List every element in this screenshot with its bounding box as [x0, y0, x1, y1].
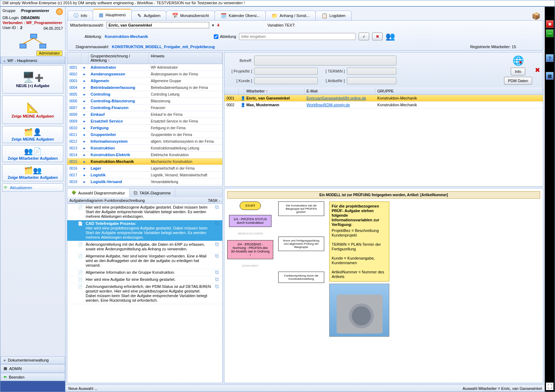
group-row[interactable]: 0005▸ControlingControling Leitung — [67, 91, 222, 98]
pdm-button[interactable]: PDM Daten — [504, 77, 532, 85]
group-row[interactable]: 0003▸AllgemeinAllgemeine Gruppe — [67, 78, 222, 84]
new-task-label: NEUE (+) Aufgabe — [16, 84, 49, 88]
member-row[interactable]: 0002👤Max, MustermannWorkflow@DM-simply.d… — [224, 102, 543, 108]
calendar-icon: 📅 — [172, 13, 178, 18]
group-value: Programmierer — [21, 8, 49, 15]
tree-item[interactable]: 📄CAD Teilefreigabe Prozess:Hier wird ein… — [67, 220, 222, 241]
tree-item[interactable]: 📄Allgemeine Aufgabe, hier sind keine Vor… — [67, 253, 222, 269]
show-emp-tasks-button[interactable]: 👥📄Zeige Mitarbeiter Aufgaben — [2, 145, 63, 162]
variable-input[interactable] — [239, 33, 356, 40]
flow-note-3: Funktionsprüfung durch die Konstruktions… — [278, 272, 324, 283]
group-row[interactable]: 0004▸BetriebsdatenerfassungBetriebsdaten… — [67, 84, 222, 91]
flowchart-panel: Ein MODELL ist zur PRÜFUNG freigegeben w… — [224, 188, 543, 383]
group-row[interactable]: 0010▸FertigungFertigung in der Firma — [67, 125, 222, 131]
group-row[interactable]: 0006▸Controling-BilanzierungBilanzierung — [67, 98, 222, 104]
project-input[interactable] — [254, 68, 318, 75]
group-row[interactable]: 0012▸Informationssystemallgem. Informati… — [67, 138, 222, 145]
show-emp-tasks-button-2[interactable]: 🗂️👥Zeige Mitarbeiter Aufgaben — [2, 164, 63, 181]
tree-head-label: Aufgabendiagramm Funktionsbeschreibung — [69, 198, 208, 203]
tree-item[interactable]: 📄Zeichnungserstellung erforderlich, der … — [67, 283, 222, 304]
customer-input[interactable] — [254, 77, 318, 84]
group-row[interactable]: 0015▸Konstruktion-MechanikMechanische Ko… — [67, 158, 222, 165]
help-button[interactable]: ? — [546, 54, 554, 62]
col-group[interactable]: GRUPPE — [375, 87, 543, 95]
group-row[interactable]: 0008▸EinkaufEinkauf in der Firma — [67, 111, 222, 118]
col-email[interactable]: E-Mail — [304, 87, 375, 95]
main-tabs: ⓘInfo ▦Hauptmenü ✎Aufgaben 📅Monatsübersi… — [65, 7, 545, 20]
chevron-icon: ⌄ — [3, 58, 6, 63]
group-row[interactable]: 0011▸GruppenleiterGruppenleiter in der F… — [67, 131, 222, 138]
sidebar-header[interactable]: ⌄WF - Hauptmenü — [0, 57, 65, 64]
tree-item[interactable]: 📄Allgemeine Information an die Gruppe Ko… — [67, 269, 222, 276]
flowchart[interactable]: Ein MODELL ist zur PRÜFUNG freigegeben w… — [224, 188, 543, 383]
subtab-taskdiagrams[interactable]: ⿻TASK-Diagramme — [130, 188, 175, 197]
tab-calendar[interactable]: 🗓️Kalender Übersi... — [214, 11, 266, 20]
subtab-structure[interactable]: 🌳Auswahl Diagrammstruktur — [67, 188, 130, 197]
exit-menu[interactable]: ⬅Beenden — [0, 373, 65, 381]
tab-log[interactable]: 📋Logdaten — [315, 11, 352, 20]
tree-item[interactable]: 📄Änderungsmitteilung mit der Aufgabe, di… — [67, 241, 222, 253]
termin-input[interactable] — [347, 68, 396, 75]
grid-tool-button[interactable]: ▦ — [546, 72, 554, 80]
exit-icon: ⬅ — [4, 375, 7, 379]
group-row[interactable]: 0017▸LogistikLogistik, Versand, Material… — [67, 172, 222, 178]
confirm-button[interactable]: ✓ — [359, 33, 369, 40]
admin-menu[interactable]: ▦ADMIN — [0, 364, 65, 373]
group-row[interactable]: 0001▸AdministratorWF Administrator — [67, 64, 222, 71]
subject-input[interactable] — [254, 56, 396, 66]
customer-label: [ Kunde ] — [227, 79, 252, 83]
svg-rect-2 — [40, 44, 46, 48]
userid-label: User-ID : — [2, 25, 20, 31]
documents-menu[interactable]: »Dokumentenverwaltung — [0, 356, 65, 364]
refresh-label: Aktualisieren — [10, 186, 32, 190]
group-row[interactable]: 0002▸AenderungswesenÄnderungswesen in de… — [67, 71, 222, 78]
tree-body[interactable]: 📄Hier wird eine projektbezogene Aufgabe … — [67, 204, 222, 383]
employee-combo[interactable] — [107, 22, 209, 28]
package-icon[interactable]: 📦 — [532, 12, 540, 20]
tree-item[interactable]: 📄Hier wird eine projektbezogene Aufgabe … — [67, 204, 222, 220]
col-hint[interactable]: Hinweis — [149, 52, 222, 64]
close-icon[interactable]: ✖ — [535, 66, 540, 74]
tab-main[interactable]: ▦Hauptmenü — [93, 9, 132, 20]
details-panel: Betreff: [ ProjektNr ] [ TERMIN ] [ Kund… — [224, 52, 543, 187]
chevron-icon: » — [4, 358, 6, 362]
tab-month[interactable]: 📅Monatsübersicht — [166, 11, 215, 20]
tab-attachment[interactable]: 📁Anhang / Sonst... — [265, 11, 315, 20]
tree-item[interactable]: 📄Hier wird eine Aufgabe für eine Bestell… — [67, 276, 222, 283]
info-button[interactable]: Info — [511, 68, 525, 75]
people-doc-icon: 👥📄 — [24, 147, 42, 155]
pencil-icon: ✎ — [137, 13, 142, 18]
sticky-note: Für die projektbezogenen PRÜF- Aufgabe s… — [329, 201, 389, 282]
refresh-button[interactable]: ⟳Aktualisieren — [2, 183, 63, 192]
group-row[interactable]: 0007▸Controling-FinanzenFinanzen — [67, 104, 222, 111]
group-row[interactable]: 0018▸Logistik-VersandVersandabteilung — [67, 178, 222, 185]
group-row[interactable]: 0013▸KonstruktionKonstruktionsabteilung … — [67, 145, 222, 152]
expand-button[interactable]: ⛶ — [546, 382, 554, 390]
show-my-tasks-button-2[interactable]: 🗂️👤Zeige MEINE Aufgaben — [2, 126, 63, 143]
group-row[interactable]: 0016▸LagerLagerwirtschaft in der Firma — [67, 165, 222, 172]
group-row[interactable]: 0009▸Ersatzteil ServiceErsatzteil Servic… — [67, 118, 222, 125]
diagram-value[interactable]: KONSTRUKTION_MODELL_Freigabe_mit_Projekt… — [112, 45, 215, 49]
refresh-icon: ⟳ — [4, 185, 7, 190]
members-body[interactable]: 0001👤Enric, van GansewinkelEnricvanGanse… — [224, 95, 543, 186]
col-member[interactable]: Mitarbeiter ↑ — [244, 87, 304, 95]
abteilung-checkbox[interactable]: Abteilung — [214, 34, 236, 39]
article-input[interactable] — [347, 77, 396, 84]
tab-info[interactable]: ⓘInfo — [68, 11, 93, 20]
dropdown-icon[interactable]: ▾ — [212, 23, 214, 28]
group-row[interactable]: 0014▸Konstruktion-ElektrikElektrische Ko… — [67, 152, 222, 158]
close-window-button[interactable]: ✖ — [546, 20, 554, 28]
col-groupname[interactable]: Gruppenbezeichnung / Abteilung ↑ — [88, 52, 149, 64]
groups-body[interactable]: 0001▸AdministratorWF Administrator0002▸A… — [67, 64, 222, 186]
show-my-tasks-button[interactable]: 📐Zeige MEINE Aufgaben — [2, 96, 63, 124]
tab-tasks[interactable]: ✎Aufgaben — [131, 11, 166, 20]
member-row[interactable]: 0001👤Enric, van GansewinkelEnricvanGanse… — [224, 95, 543, 102]
new-task-button[interactable]: 🖥️➕NEUE (+) Aufgabe — [2, 65, 63, 93]
cancel-button[interactable]: ✖ — [372, 33, 383, 40]
plus-icon: 🖥️➕ — [22, 71, 44, 83]
group-row[interactable]: 0019▸Logistik-WareneingangWareneingang i… — [67, 185, 222, 186]
minimize-button[interactable]: — — [546, 29, 554, 37]
tree-icon: 🌳 — [71, 191, 76, 195]
dept-value[interactable]: Konstruktion-Mechanik — [105, 34, 148, 39]
sort-asc-icon: ↑ — [108, 58, 110, 62]
